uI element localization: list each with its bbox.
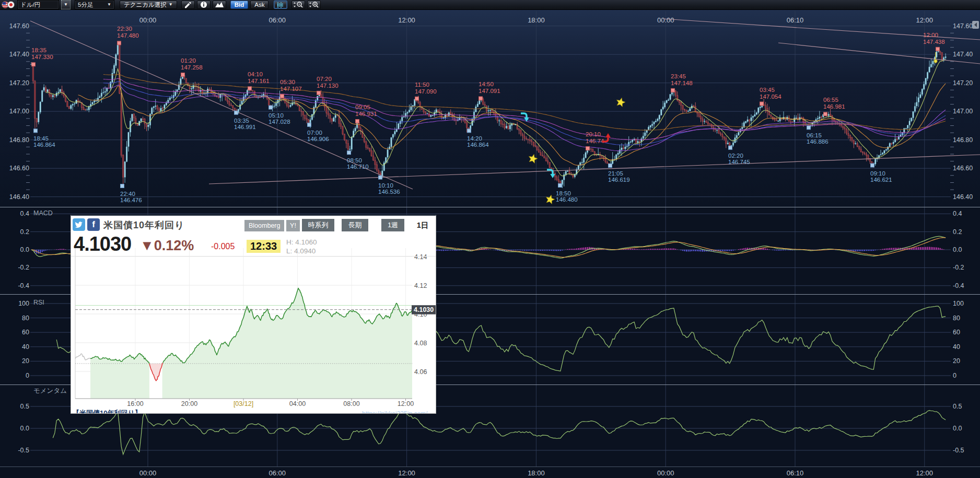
svg-text:146.619: 146.619 — [608, 177, 630, 183]
yield-change-percent: ▼0.12% — [140, 238, 194, 254]
svg-text:4.06: 4.06 — [414, 368, 427, 376]
svg-text:12:00: 12:00 — [398, 400, 414, 407]
zoom-in-vertical-button[interactable] — [307, 1, 321, 9]
svg-text:147.20: 147.20 — [9, 79, 29, 87]
svg-text:146.40: 146.40 — [953, 193, 973, 201]
tab-week[interactable]: 1週 — [381, 219, 404, 231]
svg-text:07:00: 07:00 — [307, 130, 322, 136]
currency-pair-dropdown-button[interactable]: ▼ — [61, 0, 71, 9]
popup-footer-link[interactable]: https://nikkei225jp.com/ — [362, 410, 427, 414]
yield-high-low: H: 4.1060 L: 4.0940 — [286, 238, 317, 255]
twitter-share-button[interactable] — [73, 218, 85, 231]
chart-style-button[interactable] — [274, 1, 287, 9]
svg-text:0.0: 0.0 — [20, 425, 29, 432]
svg-text:40: 40 — [22, 343, 29, 351]
svg-text:4.1030: 4.1030 — [414, 306, 434, 313]
bid-label: Bid — [235, 2, 244, 8]
tab-longterm[interactable]: 長期 — [342, 219, 368, 231]
tab-timeseries[interactable]: 時系列 — [302, 219, 334, 231]
svg-text:147.60: 147.60 — [953, 22, 973, 30]
svg-text:146.480: 146.480 — [556, 196, 578, 203]
svg-text:0.5: 0.5 — [20, 403, 29, 410]
svg-text:03:45: 03:45 — [760, 87, 775, 93]
svg-text:0.4: 0.4 — [953, 210, 962, 217]
svg-text:-0.5: -0.5 — [953, 447, 964, 454]
zoom-in-icon — [309, 1, 319, 8]
svg-text:0.0: 0.0 — [20, 246, 29, 253]
svg-text:147.148: 147.148 — [671, 80, 693, 86]
svg-text:23:45: 23:45 — [671, 73, 686, 79]
currency-pair-label: ドル/円 — [20, 1, 56, 9]
area-chart-button[interactable] — [213, 1, 226, 9]
svg-text:10:10: 10:10 — [378, 182, 393, 189]
svg-text:147.091: 147.091 — [479, 88, 500, 94]
svg-text:147.40: 147.40 — [9, 51, 29, 58]
svg-text:00:00: 00:00 — [139, 469, 157, 477]
svg-text:0.2: 0.2 — [20, 228, 29, 236]
technical-select-label: テクニカル選択 — [124, 1, 167, 9]
bloomberg-button[interactable]: Bloomberg — [244, 220, 284, 231]
svg-text:-0.2: -0.2 — [18, 264, 29, 271]
svg-text:146.864: 146.864 — [33, 142, 55, 148]
svg-text:147.028: 147.028 — [269, 119, 290, 125]
us10y-yield-popup-window: 4.144.124.104.084.064.103016:0020:00[03/… — [71, 215, 436, 414]
svg-text:05:10: 05:10 — [269, 112, 284, 119]
svg-text:20:00: 20:00 — [181, 400, 197, 407]
fx-trading-app-window: ドル/円 ▼ 5分足 ▼ テクニカル選択 ▼ Bid Ask — [0, 0, 980, 478]
svg-text:146.621: 146.621 — [870, 177, 892, 183]
svg-text:146.745: 146.745 — [728, 159, 750, 165]
twitter-bird-icon — [75, 221, 83, 228]
svg-text:01:20: 01:20 — [181, 57, 196, 64]
info-icon — [200, 1, 207, 8]
svg-text:147.130: 147.130 — [317, 83, 339, 89]
svg-text:4.08: 4.08 — [414, 340, 427, 347]
svg-text:146.886: 146.886 — [807, 138, 829, 145]
svg-text:147.00: 147.00 — [953, 108, 973, 115]
axis-scroll-thumb[interactable] — [972, 21, 979, 29]
svg-text:147.438: 147.438 — [923, 39, 945, 45]
svg-text:0.0: 0.0 — [953, 246, 962, 253]
svg-text:4.14: 4.14 — [414, 253, 427, 261]
svg-text:MACD: MACD — [33, 209, 53, 217]
svg-text:0.2: 0.2 — [953, 228, 962, 236]
svg-text:0: 0 — [26, 372, 29, 379]
svg-text:146.80: 146.80 — [953, 136, 973, 144]
yahoo-button[interactable]: Y! — [286, 220, 300, 231]
facebook-share-button[interactable]: f — [87, 218, 100, 231]
svg-text:06:10: 06:10 — [787, 16, 804, 24]
svg-text:147.090: 147.090 — [415, 88, 437, 95]
svg-text:147.161: 147.161 — [248, 78, 270, 84]
ask-button[interactable]: Ask — [250, 1, 269, 9]
info-button[interactable] — [197, 1, 211, 9]
svg-text:04:00: 04:00 — [289, 400, 306, 407]
svg-text:18:35: 18:35 — [31, 47, 46, 53]
svg-text:モメンタム: モメンタム — [33, 387, 67, 394]
svg-text:20: 20 — [22, 357, 29, 365]
svg-text:RSI: RSI — [33, 299, 44, 306]
svg-text:11:50: 11:50 — [415, 81, 429, 88]
svg-text:00:00: 00:00 — [657, 469, 674, 477]
svg-text:147.60: 147.60 — [9, 22, 29, 30]
svg-text:146.710: 146.710 — [347, 164, 369, 170]
svg-text:09:05: 09:05 — [355, 104, 370, 110]
svg-text:22:40: 22:40 — [120, 191, 135, 197]
svg-text:100: 100 — [18, 300, 29, 307]
tab-day[interactable]: 1日 — [413, 219, 433, 231]
svg-text:12:00: 12:00 — [398, 16, 415, 24]
timeframe-select[interactable]: 5分足 ▼ — [75, 0, 114, 9]
currency-pair-select[interactable]: ドル/円 — [17, 0, 59, 9]
popup-title: 米国債10年利回り — [103, 219, 184, 231]
popup-header: f 米国債10年利回り Bloomberg Y! 時系列 長期 1週 1日 — [71, 216, 436, 232]
popup-separator — [71, 256, 436, 257]
mountain-chart-icon — [215, 2, 224, 8]
svg-text:147.330: 147.330 — [31, 54, 53, 60]
technical-select-button[interactable]: テクニカル選択 ▼ — [120, 1, 177, 9]
svg-text:18:00: 18:00 — [528, 16, 545, 24]
svg-text:40: 40 — [953, 343, 960, 351]
svg-text:147.258: 147.258 — [181, 64, 203, 71]
draw-tool-button[interactable] — [181, 1, 195, 9]
svg-text:02:20: 02:20 — [728, 153, 743, 159]
svg-text:147.054: 147.054 — [760, 94, 781, 100]
bid-button[interactable]: Bid — [230, 1, 249, 9]
zoom-out-vertical-button[interactable] — [291, 1, 305, 9]
